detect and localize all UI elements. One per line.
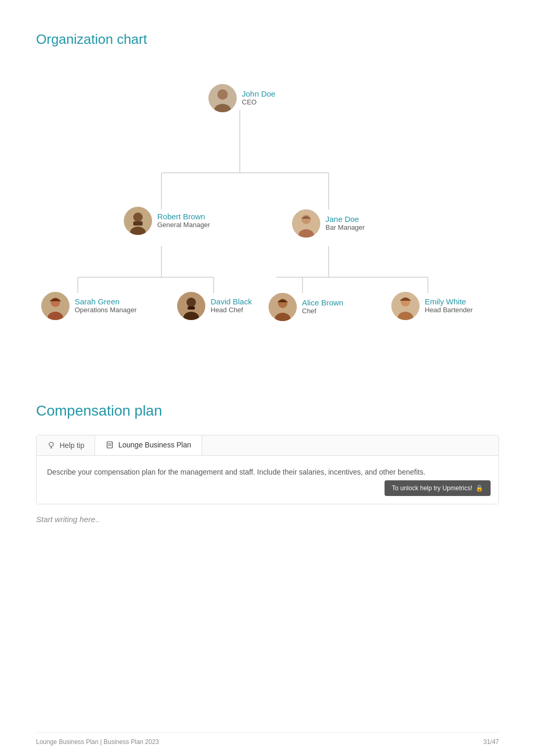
writing-placeholder[interactable]: Start writing here..: [36, 515, 499, 524]
person-role-sarah: Operations Manager: [75, 306, 137, 315]
person-info-david: David Black Head Chef: [211, 297, 252, 315]
compensation-section: Compensation plan Help tip: [36, 403, 499, 524]
person-name-david: David Black: [211, 297, 252, 306]
page-footer: Lounge Business Plan | Business Plan 202…: [36, 733, 499, 746]
person-role-emily: Head Bartender: [425, 306, 473, 315]
compensation-title: Compensation plan: [36, 403, 499, 419]
avatar-robert: [124, 207, 152, 235]
footer-left: Lounge Business Plan | Business Plan 202…: [36, 738, 159, 746]
svg-point-20: [301, 215, 311, 224]
person-role-jane: Bar Manager: [325, 223, 365, 232]
person-info-sarah: Sarah Green Operations Manager: [75, 297, 137, 315]
avatar-david: [177, 292, 205, 320]
svg-point-35: [49, 442, 53, 446]
tab-help-tip[interactable]: Help tip: [37, 435, 95, 455]
avatar-sarah: [41, 292, 69, 320]
tab-lounge-label: Lounge Business Plan: [118, 441, 191, 449]
person-info-jane: Jane Doe Bar Manager: [325, 215, 365, 232]
svg-rect-18: [133, 221, 143, 226]
person-john-doe[interactable]: John Doe CEO: [208, 84, 275, 112]
person-emily-white[interactable]: Emily White Head Bartender: [391, 292, 473, 320]
person-role-david: Head Chef: [211, 306, 252, 315]
org-chart-title: Organization chart: [36, 31, 499, 48]
help-description: Describe your compensation plan for the …: [47, 466, 488, 478]
svg-rect-38: [107, 442, 112, 448]
person-david-black[interactable]: David Black Head Chef: [177, 292, 252, 320]
org-chart-lines: [36, 68, 499, 371]
svg-point-26: [187, 298, 196, 307]
unlock-button[interactable]: To unlock help try Upmetrics! 🔒: [385, 480, 491, 496]
person-info-emily: Emily White Head Bartender: [425, 297, 473, 315]
person-alice-brown[interactable]: Alice Brown Chef: [269, 293, 343, 321]
avatar-alice: [269, 293, 297, 321]
person-info-john: John Doe CEO: [242, 89, 275, 107]
lock-icon: 🔒: [475, 485, 483, 492]
tab-help-label: Help tip: [60, 441, 84, 450]
person-name-alice: Alice Brown: [302, 298, 343, 307]
tabs-header: Help tip Lounge Business Plan: [37, 435, 498, 456]
person-robert-brown[interactable]: Robert Brown General Manager: [124, 207, 210, 235]
svg-rect-28: [188, 306, 195, 310]
footer-right: 31/47: [483, 738, 499, 746]
avatar-emily: [391, 292, 420, 320]
person-role-alice: Chef: [302, 307, 343, 316]
person-role-john: CEO: [242, 98, 275, 107]
bulb-icon: [47, 441, 55, 450]
unlock-label: To unlock help try Upmetrics!: [392, 485, 472, 492]
person-role-robert: General Manager: [157, 221, 210, 230]
org-chart: John Doe CEO Robert Brown General Manage…: [36, 68, 499, 371]
person-jane-doe[interactable]: Jane Doe Bar Manager: [292, 209, 365, 238]
person-sarah-green[interactable]: Sarah Green Operations Manager: [41, 292, 137, 320]
person-name-emily: Emily White: [425, 297, 473, 306]
person-info-robert: Robert Brown General Manager: [157, 212, 210, 230]
svg-point-16: [133, 212, 143, 222]
person-name-john: John Doe: [242, 89, 275, 98]
avatar-jane: [292, 209, 320, 238]
tabs-content: Describe your compensation plan for the …: [37, 456, 498, 504]
person-name-sarah: Sarah Green: [75, 297, 137, 306]
doc-icon: [106, 441, 114, 449]
tabs-container: Help tip Lounge Business Plan Describe y…: [36, 435, 499, 504]
tab-lounge-plan[interactable]: Lounge Business Plan: [95, 435, 202, 455]
svg-point-13: [217, 89, 228, 100]
avatar-john: [208, 84, 237, 112]
person-name-robert: Robert Brown: [157, 212, 210, 221]
person-name-jane: Jane Doe: [325, 215, 365, 223]
person-info-alice: Alice Brown Chef: [302, 298, 343, 316]
